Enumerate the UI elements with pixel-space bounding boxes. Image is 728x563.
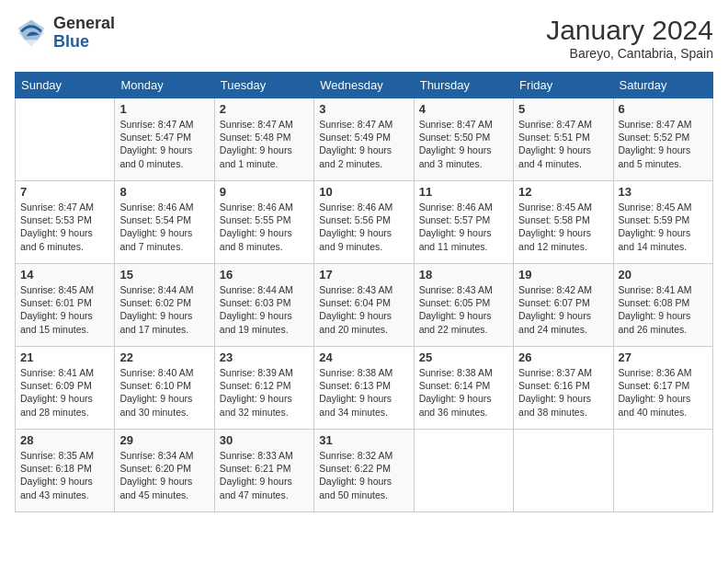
day-info: Sunrise: 8:46 AM Sunset: 5:57 PM Dayligh… [419, 201, 508, 253]
calendar-day-cell: 8Sunrise: 8:46 AM Sunset: 5:54 PM Daylig… [115, 181, 214, 264]
calendar-body: 1Sunrise: 8:47 AM Sunset: 5:47 PM Daylig… [16, 98, 713, 512]
day-number: 7 [20, 185, 109, 199]
calendar-day-cell: 9Sunrise: 8:46 AM Sunset: 5:55 PM Daylig… [214, 181, 313, 264]
calendar-day-cell [613, 430, 712, 512]
day-number: 9 [220, 185, 309, 199]
day-number: 27 [619, 350, 708, 364]
day-info: Sunrise: 8:47 AM Sunset: 5:53 PM Dayligh… [20, 201, 109, 253]
day-number: 28 [20, 433, 109, 447]
weekday-header-row: SundayMondayTuesdayWednesdayThursdayFrid… [16, 73, 713, 98]
calendar-day-cell: 16Sunrise: 8:44 AM Sunset: 6:03 PM Dayli… [214, 264, 313, 347]
calendar-day-cell: 30Sunrise: 8:33 AM Sunset: 6:21 PM Dayli… [214, 430, 313, 512]
calendar-day-cell: 5Sunrise: 8:47 AM Sunset: 5:51 PM Daylig… [514, 98, 613, 181]
day-number: 25 [419, 350, 508, 364]
calendar-day-cell: 19Sunrise: 8:42 AM Sunset: 6:07 PM Dayli… [514, 264, 613, 347]
day-info: Sunrise: 8:38 AM Sunset: 6:13 PM Dayligh… [319, 366, 408, 419]
day-info: Sunrise: 8:41 AM Sunset: 6:08 PM Dayligh… [619, 283, 708, 336]
calendar-day-cell: 6Sunrise: 8:47 AM Sunset: 5:52 PM Daylig… [613, 98, 712, 181]
calendar-day-cell: 29Sunrise: 8:34 AM Sunset: 6:20 PM Dayli… [115, 430, 214, 512]
calendar-day-cell: 31Sunrise: 8:32 AM Sunset: 6:22 PM Dayli… [314, 430, 414, 512]
weekday-header-cell: Tuesday [214, 73, 313, 98]
day-number: 5 [518, 102, 608, 116]
weekday-header-cell: Friday [514, 73, 613, 98]
day-info: Sunrise: 8:47 AM Sunset: 5:48 PM Dayligh… [220, 118, 309, 170]
calendar-day-cell: 7Sunrise: 8:47 AM Sunset: 5:53 PM Daylig… [16, 181, 115, 264]
day-number: 23 [220, 350, 309, 364]
day-number: 15 [119, 268, 209, 282]
day-info: Sunrise: 8:40 AM Sunset: 6:10 PM Dayligh… [119, 366, 209, 419]
day-info: Sunrise: 8:46 AM Sunset: 5:56 PM Dayligh… [319, 201, 408, 253]
day-number: 1 [119, 102, 209, 116]
calendar-header: SundayMondayTuesdayWednesdayThursdayFrid… [16, 73, 713, 98]
day-number: 4 [419, 102, 508, 116]
calendar-day-cell: 23Sunrise: 8:39 AM Sunset: 6:12 PM Dayli… [214, 347, 313, 430]
day-info: Sunrise: 8:36 AM Sunset: 6:17 PM Dayligh… [619, 366, 708, 419]
calendar-day-cell: 12Sunrise: 8:45 AM Sunset: 5:58 PM Dayli… [514, 181, 613, 264]
day-info: Sunrise: 8:43 AM Sunset: 6:05 PM Dayligh… [419, 283, 508, 336]
calendar-day-cell: 28Sunrise: 8:35 AM Sunset: 6:18 PM Dayli… [16, 430, 115, 512]
calendar-day-cell [414, 430, 513, 512]
day-number: 10 [319, 185, 408, 199]
day-info: Sunrise: 8:47 AM Sunset: 5:47 PM Dayligh… [119, 118, 209, 170]
day-info: Sunrise: 8:44 AM Sunset: 6:02 PM Dayligh… [119, 283, 209, 336]
calendar-day-cell: 11Sunrise: 8:46 AM Sunset: 5:57 PM Dayli… [414, 181, 513, 264]
day-info: Sunrise: 8:45 AM Sunset: 5:58 PM Dayligh… [518, 201, 608, 253]
calendar-day-cell: 1Sunrise: 8:47 AM Sunset: 5:47 PM Daylig… [115, 98, 214, 181]
calendar-day-cell: 15Sunrise: 8:44 AM Sunset: 6:02 PM Dayli… [115, 264, 214, 347]
calendar-week-row: 1Sunrise: 8:47 AM Sunset: 5:47 PM Daylig… [16, 98, 713, 181]
calendar-week-row: 14Sunrise: 8:45 AM Sunset: 6:01 PM Dayli… [16, 264, 713, 347]
day-number: 14 [20, 268, 109, 282]
day-number: 26 [518, 350, 608, 364]
day-number: 2 [220, 102, 309, 116]
day-number: 22 [119, 350, 209, 364]
calendar-day-cell: 2Sunrise: 8:47 AM Sunset: 5:48 PM Daylig… [214, 98, 313, 181]
weekday-header-cell: Saturday [613, 73, 712, 98]
day-info: Sunrise: 8:45 AM Sunset: 5:59 PM Dayligh… [619, 201, 708, 253]
day-info: Sunrise: 8:39 AM Sunset: 6:12 PM Dayligh… [220, 366, 309, 419]
day-number: 19 [518, 268, 608, 282]
day-info: Sunrise: 8:35 AM Sunset: 6:18 PM Dayligh… [20, 449, 109, 501]
day-number: 11 [419, 185, 508, 199]
weekday-header-cell: Sunday [16, 73, 115, 98]
calendar-day-cell: 3Sunrise: 8:47 AM Sunset: 5:49 PM Daylig… [314, 98, 414, 181]
calendar-day-cell: 17Sunrise: 8:43 AM Sunset: 6:04 PM Dayli… [314, 264, 414, 347]
calendar-day-cell: 21Sunrise: 8:41 AM Sunset: 6:09 PM Dayli… [16, 347, 115, 430]
day-number: 20 [619, 268, 708, 282]
day-number: 21 [20, 350, 109, 364]
location: Bareyo, Cantabria, Spain [546, 46, 713, 61]
calendar-day-cell: 22Sunrise: 8:40 AM Sunset: 6:10 PM Dayli… [115, 347, 214, 430]
calendar-week-row: 28Sunrise: 8:35 AM Sunset: 6:18 PM Dayli… [16, 430, 713, 512]
day-info: Sunrise: 8:33 AM Sunset: 6:21 PM Dayligh… [220, 449, 309, 501]
day-number: 29 [119, 433, 209, 447]
day-number: 17 [319, 268, 408, 282]
day-number: 24 [319, 350, 408, 364]
logo: General Blue [15, 15, 115, 52]
day-info: Sunrise: 8:34 AM Sunset: 6:20 PM Dayligh… [119, 449, 209, 501]
calendar-day-cell: 18Sunrise: 8:43 AM Sunset: 6:05 PM Dayli… [414, 264, 513, 347]
logo-icon [15, 17, 48, 50]
calendar-day-cell: 10Sunrise: 8:46 AM Sunset: 5:56 PM Dayli… [314, 181, 414, 264]
calendar-day-cell: 26Sunrise: 8:37 AM Sunset: 6:16 PM Dayli… [514, 347, 613, 430]
day-info: Sunrise: 8:37 AM Sunset: 6:16 PM Dayligh… [518, 366, 608, 419]
day-info: Sunrise: 8:38 AM Sunset: 6:14 PM Dayligh… [419, 366, 508, 419]
calendar-week-row: 7Sunrise: 8:47 AM Sunset: 5:53 PM Daylig… [16, 181, 713, 264]
day-info: Sunrise: 8:45 AM Sunset: 6:01 PM Dayligh… [20, 283, 109, 336]
day-info: Sunrise: 8:42 AM Sunset: 6:07 PM Dayligh… [518, 283, 608, 336]
logo-text: General Blue [53, 15, 115, 52]
day-number: 18 [419, 268, 508, 282]
day-info: Sunrise: 8:43 AM Sunset: 6:04 PM Dayligh… [319, 283, 408, 336]
calendar-table: SundayMondayTuesdayWednesdayThursdayFrid… [15, 72, 713, 512]
calendar-day-cell: 20Sunrise: 8:41 AM Sunset: 6:08 PM Dayli… [613, 264, 712, 347]
calendar-day-cell [514, 430, 613, 512]
day-number: 31 [319, 433, 408, 447]
day-number: 13 [619, 185, 708, 199]
day-number: 3 [319, 102, 408, 116]
calendar-day-cell: 13Sunrise: 8:45 AM Sunset: 5:59 PM Dayli… [613, 181, 712, 264]
day-number: 8 [119, 185, 209, 199]
calendar-day-cell: 4Sunrise: 8:47 AM Sunset: 5:50 PM Daylig… [414, 98, 513, 181]
day-info: Sunrise: 8:47 AM Sunset: 5:49 PM Dayligh… [319, 118, 408, 170]
calendar-day-cell [16, 98, 115, 181]
day-number: 16 [220, 268, 309, 282]
title-block: January 2024 Bareyo, Cantabria, Spain [546, 15, 713, 61]
day-number: 12 [518, 185, 608, 199]
